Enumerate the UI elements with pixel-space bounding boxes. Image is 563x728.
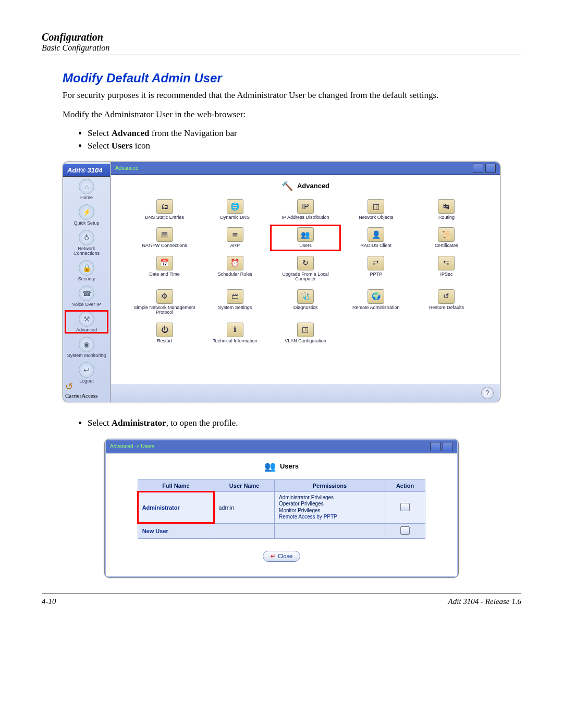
item-dynamic-dns[interactable]: 🌐Dynamic DNS: [202, 199, 267, 220]
paragraph-intro: For security purposes it is recommended …: [63, 90, 521, 102]
routing-icon: ↹: [438, 199, 455, 214]
add-icon[interactable]: [400, 526, 410, 535]
monitor-icon: ◉: [79, 337, 94, 352]
breadcrumb-text-2: Advanced -> Users: [110, 443, 154, 449]
col-username: User Name: [214, 479, 275, 491]
sidebar: Adit® 3104 ⌂ Home ⚡ Quick Setup ♁ Networ…: [63, 162, 111, 402]
nav-quick-setup[interactable]: ⚡ Quick Setup: [66, 204, 107, 226]
logout-icon: ↩: [79, 362, 94, 378]
page-title-text: Advanced: [297, 182, 329, 190]
restart-icon: ⏻: [156, 323, 173, 337]
close-label: Close: [278, 553, 292, 559]
section-title: Basic Configuration: [42, 43, 521, 53]
col-action: Action: [385, 479, 425, 491]
tools-icon: ⚒: [79, 311, 94, 327]
cell-username: admin: [214, 491, 275, 523]
item-diagnostics[interactable]: 🩺Diagnostics: [273, 289, 338, 315]
vlan-icon: ◳: [297, 323, 314, 337]
nav-sec-label: Security: [78, 276, 95, 281]
diag-icon: 🩺: [297, 289, 314, 304]
item-remote-admin[interactable]: 🌍Remote Administration: [344, 289, 409, 315]
nav-system-monitoring[interactable]: ◉ System Monitoring: [66, 337, 107, 358]
window-icon[interactable]: [485, 164, 496, 173]
edit-icon[interactable]: [400, 503, 410, 511]
nav-mon-label: System Monitoring: [67, 353, 106, 358]
hammer-icon: 🔨: [282, 180, 293, 192]
netobj-icon: ◫: [368, 199, 384, 214]
breadcrumb-text: Advanced: [115, 165, 138, 171]
item-datetime[interactable]: 📅Date and Time: [132, 256, 197, 282]
item-restart[interactable]: ⏻Restart: [132, 323, 197, 343]
nav-logout[interactable]: ↩ Logout: [66, 362, 107, 384]
cell-action: [385, 491, 425, 523]
help-button[interactable]: ?: [481, 387, 494, 399]
page-number: 4-10: [42, 597, 56, 606]
item-arp[interactable]: ≣ARP: [202, 227, 267, 248]
item-scheduler[interactable]: ⏰Scheduler Rules: [202, 256, 267, 282]
table-header-row: Full Name User Name Permissions Action: [138, 479, 425, 491]
bullet-list-mid: Select Administrator, to open the profil…: [78, 418, 521, 428]
item-tech-info[interactable]: ℹTechnical Information: [202, 323, 267, 343]
item-certificates[interactable]: 📜Certificates: [414, 227, 479, 248]
item-network-objects[interactable]: ◫Network Objects: [344, 199, 409, 220]
item-radius[interactable]: 👤RADIUS Client: [344, 227, 409, 248]
item-users[interactable]: 👥Users: [273, 227, 338, 248]
pptp-icon: ⇄: [368, 256, 384, 270]
lock-icon: 🔒: [79, 260, 94, 276]
item-upgrade[interactable]: ↻Upgrade From a Local Computer: [273, 256, 338, 282]
item-routing[interactable]: ↹Routing: [414, 199, 479, 220]
nav-home-label: Home: [80, 195, 93, 200]
nav-network-connections[interactable]: ♁ Network Connections: [66, 230, 107, 256]
calendar-icon: 📅: [156, 256, 173, 270]
arp-icon: ≣: [227, 227, 243, 242]
users-icon: 👥: [297, 227, 314, 242]
perm-remote-pptp[interactable]: Remote Access by PPTP: [279, 514, 381, 521]
item-pptp[interactable]: ⇄PPTP: [344, 256, 409, 282]
table-row-admin: Administrator admin Administrator Privil…: [138, 491, 425, 523]
cert-icon: 📜: [438, 227, 455, 242]
product-title: Adit® 3104: [63, 164, 110, 177]
nav-voip[interactable]: ☎ Voice Over IP: [66, 286, 107, 307]
item-system-settings[interactable]: 🗃System Settings: [202, 289, 267, 315]
main-panel: Advanced 🔨 Advanced 🗂DNS Static Entries …: [111, 162, 500, 402]
item-ipsec[interactable]: ⇆IPSec: [414, 256, 479, 282]
window-icon[interactable]: [443, 442, 453, 451]
bullet-list-top: Select Advanced from the Navigation bar …: [78, 128, 521, 151]
nav-security[interactable]: 🔒 Security: [66, 260, 107, 281]
bullet-advanced: Select Advanced from the Navigation bar: [88, 128, 521, 139]
col-fullname: Full Name: [138, 479, 214, 491]
item-dns-static[interactable]: 🗂DNS Static Entries: [132, 199, 197, 220]
table-row-newuser: New User: [138, 523, 425, 538]
page-title: 🔨 Advanced: [111, 175, 500, 197]
nav-voip-label: Voice Over IP: [72, 302, 101, 307]
settings-icon: 🗃: [227, 289, 243, 304]
perm-monitor: Monitor Privileges: [279, 508, 381, 514]
cell-permissions: Administrator Privileges Operator Privil…: [275, 491, 385, 523]
home-icon: ⌂: [79, 179, 94, 194]
item-natfw[interactable]: ▤NAT/FW Connections: [132, 227, 197, 248]
tree-view-icon[interactable]: [473, 164, 483, 173]
cell-newuser[interactable]: New User: [138, 523, 214, 538]
cell-fullname[interactable]: Administrator: [138, 491, 214, 523]
users-title-text: Users: [280, 462, 299, 470]
nav-quick-label: Quick Setup: [74, 220, 99, 226]
nav-home[interactable]: ⌂ Home: [66, 179, 107, 200]
chapter-title: Configuration: [42, 31, 521, 43]
item-snmp[interactable]: ⚙Simple Network Management Protocol: [132, 289, 197, 315]
close-button[interactable]: ↵ Close: [263, 551, 300, 562]
tree-view-icon[interactable]: [430, 442, 440, 451]
nav-advanced[interactable]: ⚒ Advanced: [66, 311, 107, 332]
new-user-link[interactable]: New User: [142, 528, 168, 534]
ip-icon: IP: [297, 199, 314, 214]
page-header: Configuration Basic Configuration: [42, 31, 521, 55]
paragraph-instruction: Modify the Administrator User in the web…: [63, 109, 521, 121]
item-restore-defaults[interactable]: ↺Restore Defaults: [414, 289, 479, 315]
perm-admin: Administrator Privileges: [279, 495, 381, 501]
item-vlan[interactable]: ◳VLAN Configuration: [273, 323, 338, 343]
radius-icon: 👤: [368, 227, 384, 242]
administrator-link[interactable]: Administrator: [142, 504, 180, 511]
swirl-icon: ↺: [65, 381, 73, 392]
users-page-title: 👥 Users: [106, 453, 457, 479]
item-ip-distribution[interactable]: IPIP Address Distribution: [273, 199, 338, 220]
release-label: Adit 3104 - Release 1.6: [448, 597, 521, 606]
